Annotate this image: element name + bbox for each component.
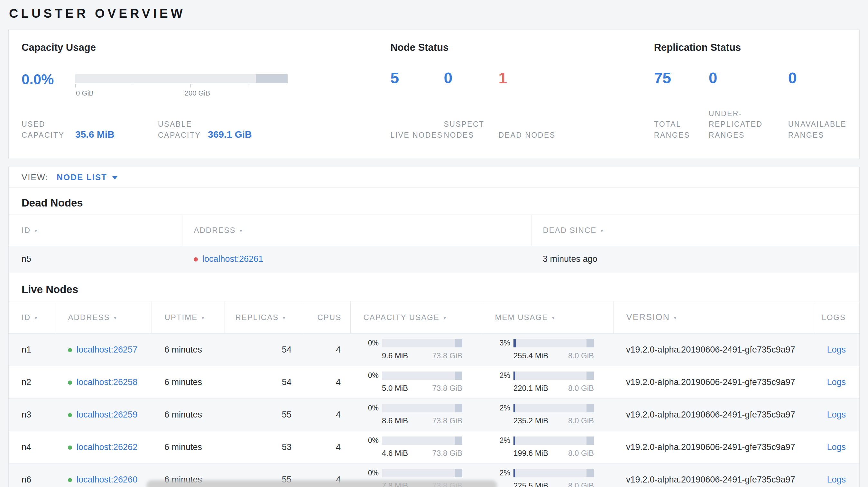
node-address-link[interactable]: localhost:26259 <box>76 410 137 419</box>
capacity-usage-chart: 0% 4.6 MiB73.8 GiB <box>363 436 462 458</box>
logs-link[interactable]: Logs <box>827 442 846 452</box>
node-version: v19.2.0-alpha.20190606-2491-gfe735c9a97 <box>613 398 815 431</box>
node-status-section: Node Status 5 LIVE NODES 0 SUSPECT NODES… <box>390 41 654 140</box>
mem-bar <box>514 339 594 347</box>
node-version: v19.2.0-alpha.20190606-2491-gfe735c9a97 <box>613 333 815 366</box>
node-id: n5 <box>9 246 182 272</box>
mem-percent: 3% <box>495 339 510 347</box>
sort-desc-icon <box>31 313 39 322</box>
column-header-label: ID <box>22 226 31 234</box>
page-title: CLUSTER OVERVIEW <box>9 6 860 21</box>
live-nodes-heading: Live Nodes <box>9 272 859 301</box>
column-header-label: ADDRESS <box>68 313 110 322</box>
logs-link[interactable]: Logs <box>827 475 846 484</box>
column-header-mem-usage[interactable]: MEM USAGE <box>482 301 613 333</box>
logs-link[interactable]: Logs <box>827 345 846 355</box>
node-address-link[interactable]: localhost:26261 <box>203 254 263 264</box>
node-logs-cell: Logs <box>815 333 859 366</box>
node-logs-cell: Logs <box>815 463 859 487</box>
column-header-label: LOGS <box>822 313 846 322</box>
column-header-id[interactable]: ID <box>9 301 55 333</box>
mem-usage-chart: 2% 235.2 MiB8.0 GiB <box>495 404 594 425</box>
node-logs-cell: Logs <box>815 398 859 431</box>
node-cpus: 4 <box>303 398 350 431</box>
mem-usage-chart: 2% 199.6 MiB8.0 GiB <box>495 436 594 458</box>
live-status-icon <box>68 381 72 385</box>
node-address-link[interactable]: localhost:26258 <box>76 377 137 387</box>
node-version: v19.2.0-alpha.20190606-2491-gfe735c9a97 <box>613 463 815 487</box>
live-status-icon <box>68 348 72 352</box>
node-cpus: 4 <box>303 431 350 463</box>
node-replicas: 54 <box>224 366 303 398</box>
node-id: n3 <box>9 398 55 431</box>
view-dropdown[interactable]: NODE LIST <box>57 172 117 183</box>
axis-tick-label: 200 GiB <box>185 89 210 97</box>
column-header-dead-since[interactable]: DEAD SINCE <box>531 215 859 246</box>
node-mem-cell: 3% 255.4 MiB8.0 GiB <box>482 333 613 366</box>
suspect-nodes-stat: 0 SUSPECT NODES <box>444 70 498 140</box>
nodes-panel: Dead Nodes ID ADDRESS DEAD SINCE <box>8 188 860 487</box>
mem-bar-fill <box>514 436 515 445</box>
column-header-label: CAPACITY USAGE <box>364 313 440 322</box>
capacity-usage-section: Capacity Usage 0.0% 0 GiB 200 GiB US <box>22 41 390 140</box>
capacity-usage-chart: 0% 9.6 MiB73.8 GiB <box>363 339 462 360</box>
logs-link[interactable]: Logs <box>827 377 846 387</box>
node-address-link[interactable]: localhost:26257 <box>76 345 137 355</box>
node-address-cell: localhost:26261 <box>182 246 531 272</box>
mem-total: 8.0 GiB <box>568 351 594 360</box>
column-header-label: CPUS <box>317 313 342 322</box>
column-header-label: ADDRESS <box>194 226 236 234</box>
cluster-summary-card: Capacity Usage 0.0% 0 GiB 200 GiB US <box>8 30 860 159</box>
node-id: n4 <box>9 431 55 463</box>
dead-nodes-count: 1 <box>498 70 654 86</box>
mem-percent: 2% <box>495 404 510 412</box>
column-header-label: REPLICAS <box>236 313 279 322</box>
node-version: v19.2.0-alpha.20190606-2491-gfe735c9a97 <box>613 431 815 463</box>
node-capacity-cell: 0% 8.6 MiB73.8 GiB <box>350 398 482 431</box>
view-dropdown-value: NODE LIST <box>57 172 107 183</box>
dead-since-value: 3 minutes ago <box>531 246 859 272</box>
node-cpus: 4 <box>303 333 350 366</box>
suspect-nodes-count: 0 <box>444 70 498 86</box>
capacity-stats: USED CAPACITY 35.6 MiB USABLE CAPACITY 3… <box>22 119 390 140</box>
capacity-total: 73.8 GiB <box>432 384 462 393</box>
replication-status-section: Replication Status 75 TOTAL RANGES 0 UND… <box>654 41 846 140</box>
column-header-uptime[interactable]: UPTIME <box>152 301 224 333</box>
mem-usage-chart: 2% 225.5 MiB8.0 GiB <box>495 469 594 487</box>
node-address-link[interactable]: localhost:26260 <box>76 475 137 484</box>
node-address-link[interactable]: localhost:26262 <box>76 442 137 452</box>
mem-used: 199.6 MiB <box>514 449 548 458</box>
horizontal-scrollbar[interactable] <box>146 480 497 487</box>
live-status-icon <box>68 413 72 417</box>
dead-node-row: n5 localhost:26261 3 minutes ago <box>9 246 859 272</box>
column-header-version[interactable]: VERSION <box>613 301 815 333</box>
node-address-cell: localhost:26257 <box>55 333 152 366</box>
total-ranges-label: TOTAL RANGES <box>654 119 709 140</box>
column-header-logs: LOGS <box>815 301 859 333</box>
column-header-cpus[interactable]: CPUS <box>303 301 350 333</box>
live-nodes-header-row: ID ADDRESS UPTIME REPLICAS CPUS CAPACITY… <box>9 301 859 333</box>
mem-percent: 2% <box>495 371 510 380</box>
capacity-percent: 0% <box>363 371 379 380</box>
live-nodes-table: ID ADDRESS UPTIME REPLICAS CPUS CAPACITY… <box>9 301 859 487</box>
axis-tick-label: 0 GiB <box>76 89 94 97</box>
node-address-cell: localhost:26258 <box>55 366 152 398</box>
capacity-bar <box>382 436 462 445</box>
dead-nodes-table: ID ADDRESS DEAD SINCE n5 localhost:26261 <box>9 215 859 272</box>
logs-link[interactable]: Logs <box>827 410 846 419</box>
column-header-capacity-usage[interactable]: CAPACITY USAGE <box>350 301 482 333</box>
live-status-icon <box>68 478 72 482</box>
column-header-address[interactable]: ADDRESS <box>55 301 152 333</box>
node-status-stats: 5 LIVE NODES 0 SUSPECT NODES 1 DEAD NODE… <box>390 70 654 140</box>
capacity-used: 5.0 MiB <box>382 384 408 393</box>
column-header-label: DEAD SINCE <box>543 226 597 234</box>
unavailable-ranges-label: UNAVAILABLE RANGES <box>788 119 846 140</box>
column-header-replicas[interactable]: REPLICAS <box>224 301 303 333</box>
capacity-bar: 0 GiB 200 GiB <box>75 74 288 99</box>
mem-used: 225.5 MiB <box>514 481 548 487</box>
node-uptime: 6 minutes <box>152 431 224 463</box>
column-header-id[interactable]: ID <box>9 215 182 246</box>
node-address-cell: localhost:26259 <box>55 398 152 431</box>
unavailable-ranges-stat: 0 UNAVAILABLE RANGES <box>788 70 846 140</box>
column-header-address[interactable]: ADDRESS <box>182 215 531 246</box>
